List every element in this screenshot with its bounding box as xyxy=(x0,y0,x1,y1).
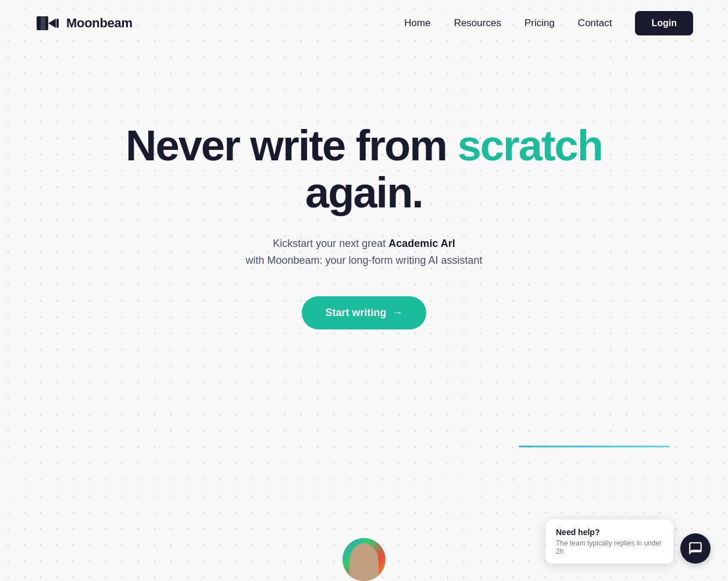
cta-arrow-icon: → xyxy=(392,307,403,319)
headline-after: again. xyxy=(305,168,423,217)
moonbeam-logo-icon xyxy=(35,10,60,36)
hero-section: Never write from scratch again. Kickstar… xyxy=(0,46,728,364)
nav-pricing[interactable]: Pricing xyxy=(524,17,555,29)
login-button[interactable]: Login xyxy=(635,11,693,35)
decorative-line xyxy=(519,446,670,447)
avatar-figure xyxy=(349,543,379,581)
chat-open-button[interactable] xyxy=(680,533,711,564)
chat-bubble-subtitle: The team typically replies in under 2h xyxy=(556,539,663,555)
start-writing-button[interactable]: Start writing → xyxy=(302,296,426,329)
chat-widget: Need help? The team typically replies in… xyxy=(545,519,711,564)
headline-before: Never write from xyxy=(126,121,458,170)
chat-bubble: Need help? The team typically replies in… xyxy=(545,519,673,564)
nav-contact[interactable]: Contact xyxy=(578,17,612,29)
subtext-bold: Academic Arl xyxy=(388,238,455,249)
nav-links: Home Resources Pricing Contact Login xyxy=(404,11,693,35)
bottom-avatar xyxy=(342,538,386,581)
logo[interactable]: Moonbeam xyxy=(35,10,133,36)
nav-home[interactable]: Home xyxy=(404,17,430,29)
cta-label: Start writing xyxy=(325,307,386,319)
chat-bubble-title: Need help? xyxy=(556,528,663,537)
svg-marker-2 xyxy=(48,19,56,28)
brand-name: Moonbeam xyxy=(66,16,133,31)
chat-icon xyxy=(688,541,703,556)
headline-highlight: scratch xyxy=(458,121,602,170)
hero-subtext: Kickstart your next great Academic Arl w… xyxy=(245,235,482,269)
nav-resources[interactable]: Resources xyxy=(454,17,501,29)
hero-headline: Never write from scratch again. xyxy=(102,122,626,217)
navbar: Moonbeam Home Resources Pricing Contact … xyxy=(0,0,728,46)
subtext-before: Kickstart your next great xyxy=(273,238,388,249)
subtext-after: with Moonbeam: your long-form writing AI… xyxy=(245,254,482,266)
svg-rect-1 xyxy=(41,16,45,30)
svg-rect-3 xyxy=(56,19,59,28)
